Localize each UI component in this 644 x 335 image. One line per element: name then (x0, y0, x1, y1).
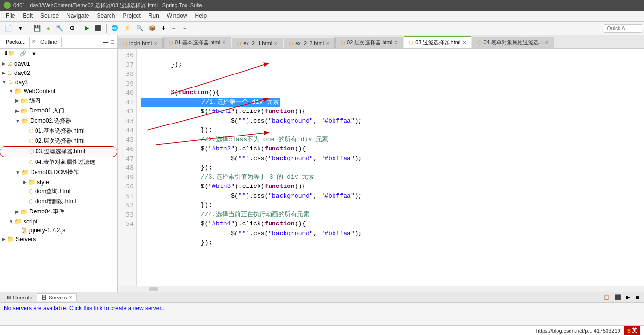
tree-item-style[interactable]: ▶ 📁 style (0, 177, 117, 186)
tab-form[interactable]: ⬡ 04.表单对象属性过滤选... ✕ (472, 37, 554, 48)
bottom-btn-1[interactable]: 📋 (601, 293, 612, 301)
bottom-btn-4[interactable]: ⏹ (633, 294, 642, 301)
tree-item-demo01[interactable]: ▶ 📁 Demo01.入门 (0, 106, 117, 116)
bottom-btn-3[interactable]: ▶ (624, 293, 632, 301)
tree-arrow-day3[interactable]: ▼ (2, 79, 7, 85)
status-right: https://blog.csdn.net/p... 417533210 S 英 (536, 326, 640, 335)
menu-edit[interactable]: Edit (19, 12, 37, 20)
back-btn[interactable]: ← (169, 24, 179, 33)
tree-arrow-day01[interactable]: ▶ (2, 61, 6, 66)
toolbar-btn-3[interactable]: ● (44, 24, 52, 33)
forward-btn[interactable]: → (180, 24, 190, 33)
tree-arrow-webcontent[interactable]: ▼ (9, 88, 13, 94)
tree-item-day3[interactable]: ▼ 🗂 day3 (0, 77, 117, 87)
tree-arrow-script[interactable]: ▼ (9, 219, 13, 224)
html-icon-file03: ⬡ (29, 149, 34, 155)
tree-item-domquery[interactable]: ⬡ dom查询.html (0, 186, 117, 197)
tree-item-day01[interactable]: ▶ 🗂 day01 (0, 59, 117, 68)
tab-login[interactable]: ⬡ login.html ✕ (118, 38, 163, 48)
tab-console[interactable]: 🖥 Console (2, 294, 36, 301)
tree-arrow-demo01[interactable]: ▶ (15, 108, 19, 113)
tree-arrow-demo03[interactable]: ▼ (15, 170, 20, 175)
tree-arrow-day02[interactable]: ▶ (2, 70, 6, 75)
bottom-btn-2[interactable]: ⬛ (613, 293, 623, 301)
tree-item-domedit[interactable]: ⬡ dom增删改.html (0, 197, 117, 207)
h-scrollbar[interactable] (118, 286, 644, 292)
run-btn[interactable]: ▶ (83, 24, 91, 33)
create-server-link[interactable]: No servers are available. Click this lin… (4, 305, 166, 311)
tab-filter[interactable]: ⬡ 03.过滤选择器.html ✕ (404, 36, 471, 48)
menu-navigate[interactable]: Navigate (62, 12, 93, 20)
toolbar-btn-2[interactable]: ▼ (15, 24, 25, 33)
lang-indicator[interactable]: S 英 (624, 326, 640, 335)
toolbar-btn-9[interactable]: 🔍 (134, 24, 146, 33)
main-layout: Packa... ✕ Outline — □ ⬇📁 🔗 ▼ ▶ 🗂 day01 … (0, 35, 644, 292)
tree-label-file04: 04.表单对象属性过滤选 (35, 158, 95, 166)
toolbar-btn-5[interactable]: ⚙ (67, 23, 77, 33)
tab-close-ex22[interactable]: ✕ (326, 41, 330, 46)
save-btn[interactable]: 💾 (31, 23, 43, 33)
toolbar-btn-6[interactable]: ⬛ (92, 24, 104, 33)
menu-run[interactable]: Run (145, 12, 163, 20)
menu-source[interactable]: Source (37, 12, 62, 20)
tree-arrow-demo04[interactable]: ▶ (15, 209, 19, 214)
menu-window[interactable]: Window (163, 12, 191, 20)
tab-close-layer[interactable]: ✕ (394, 40, 398, 45)
new-btn[interactable]: 📄 (2, 23, 14, 33)
toolbar: 📄 ▼ 💾 ● 🔧 ⚙ ▶ ⬛ 🌐 ⚡ 🔍 📦 ⬇ ← → (0, 22, 644, 35)
tree-item-webcontent[interactable]: ▼ 📁 WebContent (0, 87, 117, 96)
tab-close-ex21[interactable]: ✕ (274, 41, 278, 46)
link-editor-btn[interactable]: 🔗 (18, 50, 28, 58)
folder-icon-exercises: 📁 (20, 97, 28, 104)
h-scrollbar-thumb[interactable] (149, 287, 158, 291)
tab-label-login: login.html (129, 40, 152, 46)
tree-item-script[interactable]: ▼ 📁 script (0, 217, 117, 226)
tree-item-jquery[interactable]: 📜 jquery-1.7.2.js (0, 226, 117, 235)
quick-access-input[interactable] (604, 24, 642, 33)
tab-close-filter[interactable]: ✕ (462, 40, 466, 45)
tab-ex22[interactable]: ⬡ ex_2_2.html ✕ (284, 38, 335, 48)
tree-item-demo04[interactable]: ▶ 📁 Demo04.事件 (0, 207, 117, 217)
tree-item-demo03[interactable]: ▼ 📁 Demo03.DOM操作 (0, 167, 117, 177)
code-content[interactable]: }); $(function(){ //1.选择第一个 div 元素 $("#b… (137, 49, 644, 286)
collapse-all-btn[interactable]: ⬇📁 (2, 50, 17, 58)
tree-arrow-style[interactable]: ▶ (23, 179, 27, 185)
line-numbers: 36 37 38 39 40 41 42 43 44 45 46 47 48 4… (118, 49, 137, 286)
tab-close-basic[interactable]: ✕ (222, 40, 226, 45)
tab-close-form[interactable]: ✕ (545, 40, 549, 45)
tree-item-file02[interactable]: ⬡ 02.层次选择器.html (0, 136, 117, 146)
tab-layer[interactable]: ⬡ 02.层次选择器.html ✕ (335, 37, 403, 48)
toolbar-btn-11[interactable]: ⬇ (159, 24, 168, 33)
toolbar-btn-7[interactable]: 🌐 (109, 24, 121, 33)
tree-arrow-servers[interactable]: ▶ (2, 236, 6, 242)
sidebar-minimize[interactable]: — (102, 38, 109, 46)
sidebar-tab-outline[interactable]: Outline (37, 37, 62, 47)
tree-item-file01[interactable]: ⬡ 01.基本选择器.html (0, 126, 117, 136)
toolbar-btn-4[interactable]: 🔧 (53, 23, 66, 33)
tab-basic[interactable]: ⬡ 01.基本选择器.html ✕ (163, 37, 231, 48)
tree-item-file03[interactable]: ⬡ 03.过滤选择器.html (0, 146, 117, 157)
sidebar-tab-package-close[interactable]: ✕ (32, 39, 36, 44)
menu-search[interactable]: Search (93, 12, 119, 20)
toolbar-btn-10[interactable]: 📦 (147, 24, 158, 33)
sidebar-maximize[interactable]: □ (110, 38, 115, 46)
toolbar-btn-8[interactable]: ⚡ (122, 24, 133, 33)
tree-item-file04[interactable]: ⬡ 04.表单对象属性过滤选 (0, 157, 117, 167)
tab-icon-layer: ⬡ (341, 40, 345, 45)
tree-item-day02[interactable]: ▶ 🗂 day02 (0, 68, 117, 77)
folder-icon-demo04: 📁 (20, 208, 28, 215)
tab-servers-label: Servers (49, 295, 67, 300)
tree-arrow-exercises[interactable]: ▶ (15, 98, 19, 103)
tree-arrow-demo02[interactable]: ▼ (15, 118, 20, 124)
tab-servers[interactable]: 🗄 Servers ✕ (37, 293, 77, 301)
tab-ex21[interactable]: ⬡ ex_2_1.html ✕ (232, 38, 283, 48)
tab-close-login[interactable]: ✕ (154, 41, 158, 46)
sidebar-menu-btn[interactable]: ▼ (29, 50, 38, 58)
menu-help[interactable]: Help (191, 12, 211, 20)
tree-item-exercises[interactable]: ▶ 📁 练习 (0, 96, 117, 106)
tree-item-demo02[interactable]: ▼ 📁 Demo02.选择器 (0, 116, 117, 126)
sidebar-tab-package[interactable]: Packa... (2, 37, 30, 47)
menu-file[interactable]: File (2, 12, 19, 20)
tree-item-servers[interactable]: ▶ 📁 Servers (0, 235, 117, 244)
menu-project[interactable]: Project (119, 12, 144, 20)
